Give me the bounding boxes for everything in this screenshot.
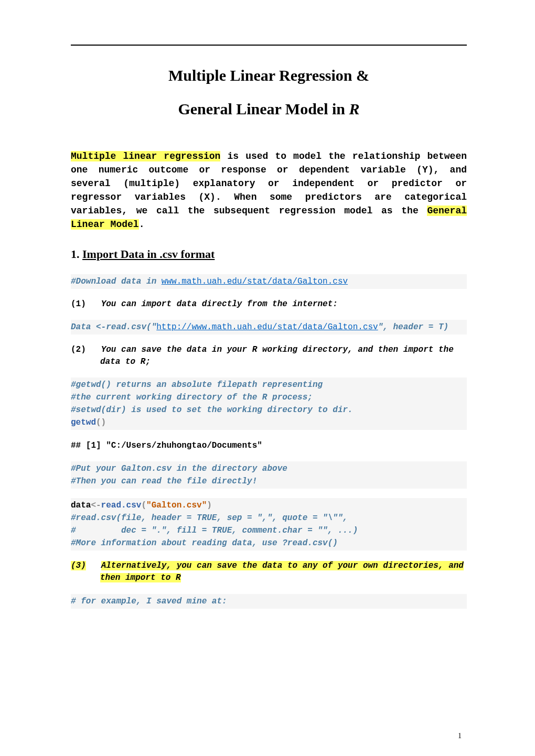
intro-text-2: . [139,219,145,230]
output-getwd: ## [1] "C:/Users/zhuhongtao/Documents" [71,439,467,452]
page-title-2: General Linear Model in R [71,100,467,118]
step-3-text: Alternatively, you can save the data to … [100,561,464,582]
comment-getwd-1: #getwd() returns an absolute filepath re… [71,380,323,390]
step-1-num: (1) [71,299,86,309]
close-paren: ) [207,501,212,510]
comment-getwd-3: #setwd(dir) is used to set the working d… [71,405,353,415]
comment-readcsv-1: #read.csv(file, header = TRUE, sep = ","… [71,513,348,523]
step-2-text: You can save the data in your R working … [100,345,454,366]
assign-op: <- [91,501,101,510]
comment-example: # for example, I saved mine at: [71,597,227,606]
code-pre-link: Data <-read.csv(" [71,322,156,332]
step-2: (2) You can save the data in your R work… [71,344,467,368]
var-data: data [71,501,91,510]
output-text: ## [1] "C:/Users/zhuhongtao/Documents" [71,441,262,450]
comment-getwd-2: #the current working directory of the R … [71,393,313,402]
code-example-comment: # for example, I saved mine at: [71,594,467,609]
code-post-link: ", header = T) [378,322,448,332]
step-3-num: (3) [71,561,86,570]
csv-string: "Galton.csv" [146,501,207,510]
csv-url-link[interactable]: http://www.math.uah.edu/stat/data/Galton… [156,322,378,332]
section-1-title: Import Data in .csv format [82,247,215,261]
step-1: (1) You can import data directly from th… [71,298,467,310]
section-1-num: 1. [71,247,80,261]
page-number: 1 [458,732,462,740]
code-read-url: Data <-read.csv("http://www.math.uah.edu… [71,320,467,334]
comment-put-2: #Then you can read the file directly! [71,477,257,486]
intro-paragraph: Multiple linear regression is used to mo… [71,149,467,232]
getwd-keyword: getwd [71,418,96,427]
download-link[interactable]: www.math.uah.edu/stat/data/Galton.csv [162,277,348,286]
step-1-text: You can import data directly from the in… [101,299,338,309]
page-title-1: Multiple Linear Regression & [71,67,467,84]
title2-italic: R [349,100,360,117]
comment-put-1: #Put your Galton.csv in the directory ab… [71,464,287,473]
title2-text: General Linear Model in [178,100,349,117]
intro-highlight-1: Multiple linear regression [71,151,220,161]
code-put-comment: #Put your Galton.csv in the directory ab… [71,461,467,489]
comment-readcsv-3: #More information about reading data, us… [71,538,338,548]
comment-readcsv-2: # dec = ".", fill = TRUE, comment.char =… [71,526,358,535]
open-paren: ( [141,501,146,510]
step-2-num: (2) [71,345,86,354]
code-getwd-block: #getwd() returns an absolute filepath re… [71,377,467,430]
code-read-csv-block: data<-read.csv("Galton.csv") #read.csv(f… [71,498,467,550]
code-download-comment: #Download data in www.math.uah.edu/stat/… [71,274,467,289]
readcsv-keyword: read.csv [101,501,142,510]
getwd-paren: () [96,418,106,427]
comment-text: #Download data in [71,277,162,286]
document-page: Multiple Linear Regression & General Lin… [0,0,535,756]
top-rule [71,45,467,46]
section-1-heading: 1. Import Data in .csv format [71,247,467,261]
step-3: (3) Alternatively, you can save the data… [71,560,467,584]
